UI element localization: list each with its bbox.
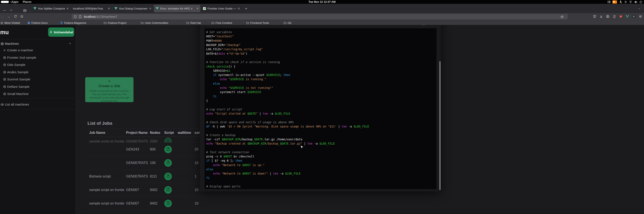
code-line: ping -c 4 $HOST &> /dev/null: [206, 154, 436, 158]
sidebar-footer-label: List all machines: [5, 103, 29, 106]
system-clock[interactable]: Tue Nov 12 12:37 AM: [308, 0, 336, 3]
bookmark-item[interactable]: Git: [284, 21, 291, 25]
folder-icon: [141, 22, 144, 24]
bookmark-item[interactable]: Frontend Tools: [246, 21, 269, 25]
create-job-card[interactable]: + Create a Job Create a new job for this…: [85, 77, 134, 102]
sidebar-item-frontier-2nd-sample[interactable]: Frontier 2nd sample: [0, 55, 75, 61]
chip-icon: [3, 71, 6, 74]
menu-icon[interactable]: [639, 15, 642, 18]
dialog-scrollbar[interactable]: [440, 61, 440, 190]
sidebar-item-list-all-machines[interactable]: List all machines: [0, 101, 75, 108]
shield-icon[interactable]: [593, 15, 596, 18]
back-button[interactable]: ←: [0, 15, 4, 19]
bookmark-item[interactable]: Free Content: [212, 21, 232, 25]
bolt-icon[interactable]: [632, 15, 636, 18]
bookmark-item[interactable]: fFedora Docs: [28, 21, 48, 25]
activities-indicator[interactable]: [1, 1, 9, 3]
account-icon[interactable]: [606, 15, 610, 18]
view-script-button[interactable]: [164, 200, 172, 207]
bookmark-item[interactable]: Fedora Magazine: [60, 21, 86, 25]
code-line: echo "$SERVICE is running.": [206, 77, 436, 81]
view-script-button[interactable]: [164, 173, 172, 180]
sidebar-item-label: Small Machine: [7, 92, 29, 96]
tab-0[interactable]: Vue Splitter Component✕: [32, 5, 70, 12]
job-name-cell: Bishwos script: [88, 174, 124, 178]
code-line: echo "Script started at $DATE" | tee -a …: [206, 111, 436, 116]
leaf-icon: [203, 7, 206, 10]
tab-title: Vue Dialog Component: [119, 7, 148, 10]
tab-3[interactable]: Emu: simulator for HPC s✕: [154, 5, 200, 12]
sidebar-section-machines[interactable]: Machines: [0, 41, 75, 47]
menu-places[interactable]: Places: [23, 0, 32, 3]
plus-icon: +: [85, 79, 134, 84]
list-all-tabs-chevron-icon[interactable]: ⌄: [638, 7, 640, 10]
ribbon-icon: [60, 22, 63, 24]
tracking-shield-icon[interactable]: [74, 15, 77, 18]
extension-toolbar: uO: [593, 15, 642, 18]
jobs-column-header: Script: [162, 131, 176, 135]
tab-1[interactable]: localhost:3000/jobs?ma✕: [71, 5, 112, 12]
code-line: # Display open ports: [206, 184, 436, 188]
new-tab-button[interactable]: +: [245, 7, 247, 11]
brightness-icon[interactable]: [624, 1, 627, 4]
view-script-button[interactable]: [164, 186, 172, 194]
forward-button[interactable]: →: [7, 15, 10, 19]
sidebar-item-create-a-machine[interactable]: Create a machine: [0, 47, 75, 53]
code-line: # Test network connection: [206, 150, 436, 154]
script-cell: [162, 146, 176, 153]
power-icon[interactable]: [639, 1, 642, 4]
panel-icon[interactable]: [612, 15, 616, 18]
tab-close-icon[interactable]: ✕: [149, 7, 152, 10]
home-button[interactable]: [20, 15, 24, 19]
star-icon: [0, 22, 3, 24]
tab-4[interactable]: Frontier User Guide — O✕: [201, 5, 242, 12]
view-script-button[interactable]: [164, 146, 172, 153]
window-restore-button[interactable]: ▢: [10, 9, 12, 11]
bookmark-star-icon[interactable]: [560, 15, 564, 18]
nodes-cell: 100: [148, 161, 162, 165]
script-code-block[interactable]: # Set variablesHOST="localhost"PORT=8080…: [204, 28, 436, 189]
download-icon[interactable]: [600, 15, 603, 18]
tab-close-icon[interactable]: ✕: [108, 7, 110, 10]
vue-devtools-icon[interactable]: [626, 15, 629, 18]
window-minimize-button[interactable]: —: [3, 9, 6, 12]
sidebar-item-small-machine[interactable]: Small Machine: [0, 91, 75, 97]
sidebar-item-odo-sample[interactable]: Odo Sample: [0, 62, 75, 68]
table-row[interactable]: sample script on frontierGEN007940210: [88, 197, 360, 210]
screen-cast-icon[interactable]: [612, 1, 617, 4]
sidebar-item-andes-sample[interactable]: Andes Sample: [0, 69, 75, 75]
url-text[interactable]: localhost:5173/machine/7: [84, 15, 118, 18]
page-info-icon[interactable]: [79, 15, 82, 18]
bookmark-label: Most Visited: [4, 21, 20, 25]
chevron-down-icon[interactable]: [69, 42, 72, 46]
keyboard-icon[interactable]: [607, 1, 610, 4]
view-script-button[interactable]: [164, 159, 172, 167]
job-name-cell: sample script on frontier: [88, 188, 124, 192]
tab-close-icon[interactable]: ✕: [66, 7, 69, 10]
code-line: echo "$SERVICE is not running!": [206, 86, 436, 90]
reload-button[interactable]: [14, 15, 17, 19]
bookmark-label: Frontend Tools: [250, 21, 269, 25]
ublock-icon[interactable]: uO: [619, 15, 623, 18]
bookmark-item[interactable]: Red Hat: [186, 21, 201, 25]
job-name-cell: sample script on frontier: [88, 139, 124, 143]
view-script-button[interactable]: [164, 138, 172, 143]
bookmark-item[interactable]: User Communities: [141, 21, 168, 25]
microphone-icon[interactable]: [619, 1, 622, 4]
bookmark-item[interactable]: Fedora Project: [104, 21, 126, 25]
bookmark-item[interactable]: Most Visited: [0, 21, 20, 25]
firefox-view-icon[interactable]: [23, 9, 26, 13]
jobs-list-heading: List of Jobs: [88, 121, 112, 126]
menu-apps[interactable]: Apps: [12, 0, 18, 3]
user-account-button[interactable]: bishwodahal: [48, 28, 74, 37]
sidebar-item-summit-sample[interactable]: Summit Sample: [0, 76, 75, 83]
tab-close-icon[interactable]: ✕: [238, 7, 240, 10]
sidebar-item-defiant-sample[interactable]: Defiant Sample: [0, 84, 75, 90]
tab-2[interactable]: Vue Dialog Component✕: [112, 5, 153, 12]
url-bar[interactable]: localhost:5173/machine/7: [72, 14, 568, 20]
tab-close-icon[interactable]: ✕: [196, 7, 199, 10]
jobs-column-header: walltime: [176, 131, 193, 135]
volume-icon[interactable]: [634, 1, 637, 4]
project-name-cell: GEN007RATS: [124, 161, 148, 165]
wifi-icon[interactable]: [629, 1, 632, 4]
